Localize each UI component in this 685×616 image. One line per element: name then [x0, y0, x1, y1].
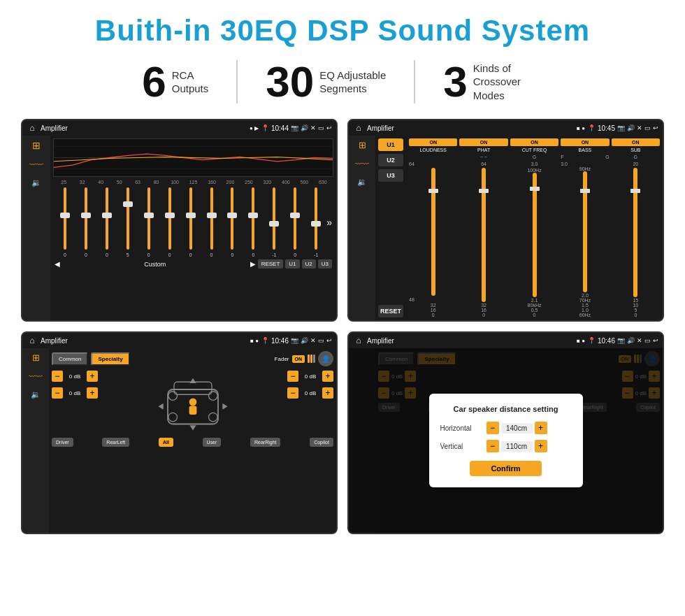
home-icon-1[interactable]: ⌂ [27, 122, 38, 134]
eq-track-3[interactable] [127, 187, 129, 250]
eq-slider-3[interactable]: 5 [117, 187, 138, 257]
bass-slider[interactable] [583, 171, 587, 292]
vol-plus-2[interactable]: + [87, 387, 98, 399]
on-badge-phat[interactable]: ON [459, 138, 507, 146]
eq-track-4[interactable] [147, 187, 150, 250]
reset-preset[interactable]: RESET [378, 305, 403, 317]
vol-plus-1[interactable]: + [87, 371, 98, 382]
copilot-btn[interactable]: Copilot [310, 438, 333, 447]
eq-track-1[interactable] [85, 187, 87, 250]
amp-wave-icon[interactable]: 〰〰 [355, 160, 369, 168]
home-icon-3[interactable]: ⌂ [27, 335, 38, 346]
rearleft-btn[interactable]: RearLeft [102, 438, 129, 447]
freq-100: 100 [166, 180, 184, 185]
confirm-button[interactable]: Confirm [470, 461, 541, 476]
more-icon[interactable]: » [326, 217, 332, 228]
r-vol-plus-1[interactable]: + [322, 371, 333, 382]
fader-on-badge[interactable]: ON [292, 355, 305, 363]
eq-slider-1[interactable]: 0 [75, 187, 96, 257]
cutfreq-freq1: 100Hz [527, 168, 541, 173]
specialty-tab[interactable]: Specialty [91, 352, 129, 366]
vol-minus-1[interactable]: − [52, 371, 63, 382]
eq-slider-2[interactable]: 0 [96, 187, 117, 257]
eq-track-5[interactable] [168, 187, 171, 250]
home-icon-4[interactable]: ⌂ [353, 335, 364, 346]
next-preset-arrow[interactable]: ▶ [250, 260, 256, 268]
u1-button-1[interactable]: U1 [285, 259, 299, 268]
amp-speaker-icon[interactable]: 🔉 [357, 178, 367, 187]
svg-point-5 [168, 392, 177, 401]
sub-slider[interactable] [633, 168, 637, 297]
on-badge-bass[interactable]: ON [561, 138, 609, 146]
on-badge-loudness[interactable]: ON [409, 138, 457, 146]
bass-bottom: 1.5 [582, 303, 589, 308]
user-btn[interactable]: User [203, 438, 222, 447]
back-icon-2[interactable]: ↩ [653, 124, 658, 131]
eq-slider-4[interactable]: 0 [138, 187, 159, 257]
reset-button-1[interactable]: RESET [258, 259, 284, 268]
eq-slider-6[interactable]: 0 [180, 187, 201, 257]
vol-minus-2[interactable]: − [52, 387, 63, 399]
r-vol-minus-1[interactable]: − [287, 371, 298, 382]
phat-slider[interactable] [482, 168, 486, 302]
horizontal-plus-btn[interactable]: + [535, 422, 547, 434]
rearright-btn[interactable]: RearRight [250, 438, 281, 447]
cutfreq-slider[interactable] [533, 173, 537, 297]
on-badge-cutfreq[interactable]: ON [510, 138, 558, 146]
u3-preset[interactable]: U3 [378, 169, 403, 182]
u3-button-1[interactable]: U3 [318, 259, 332, 268]
eq-wave-icon[interactable]: 〰〰 [29, 161, 43, 169]
horizontal-minus-btn[interactable]: − [486, 422, 499, 434]
eq-track-2[interactable] [106, 187, 108, 250]
on-badge-sub[interactable]: ON [612, 138, 660, 146]
loudness-top: 64 [409, 162, 414, 166]
chan-tune-icon[interactable]: ⊞ [32, 352, 40, 363]
eq-track-6[interactable] [189, 187, 192, 250]
r-vol-plus-2[interactable]: + [322, 387, 333, 399]
eq-slider-9[interactable]: 0 [243, 187, 264, 257]
eq-track-8[interactable] [231, 187, 233, 250]
vertical-plus-btn[interactable]: + [535, 440, 547, 452]
freq-250: 250 [240, 180, 258, 185]
eq-track-10[interactable] [273, 187, 275, 250]
loudness-slider[interactable] [431, 168, 435, 296]
eq-slider-11[interactable]: 0 [284, 187, 305, 257]
u1-preset[interactable]: U1 [378, 138, 403, 151]
driver-btn[interactable]: Driver [52, 438, 73, 447]
back-icon-4[interactable]: ↩ [653, 337, 658, 344]
eq-slider-7[interactable]: 0 [201, 187, 222, 257]
u2-button-1[interactable]: U2 [302, 259, 316, 268]
prev-preset-arrow[interactable]: ◀ [55, 260, 60, 268]
back-icon-3[interactable]: ↩ [326, 337, 332, 344]
home-icon-2[interactable]: ⌂ [353, 122, 364, 134]
settings-circle-icon[interactable]: 👤 [318, 351, 333, 366]
camera-icon-3: 📷 [291, 337, 298, 344]
amp-tune-icon[interactable]: ⊞ [359, 140, 366, 150]
eq-slider-5[interactable]: 0 [159, 187, 180, 257]
freq-63: 63 [129, 180, 147, 185]
phat-label: PHAT [459, 148, 507, 152]
eq-tune-icon[interactable]: ⊞ [32, 140, 41, 151]
back-icon-1[interactable]: ↩ [326, 124, 332, 131]
eq-track-0[interactable] [64, 187, 66, 250]
r-vol-minus-2[interactable]: − [287, 387, 298, 399]
all-btn[interactable]: All [159, 438, 173, 447]
eq-slider-10[interactable]: -1 [264, 187, 284, 257]
eq-track-7[interactable] [210, 187, 213, 250]
ch-phat: ON PHAT [459, 138, 507, 152]
eq-slider-12[interactable]: -1 [305, 187, 326, 257]
common-tab[interactable]: Common [52, 352, 88, 366]
u2-preset[interactable]: U2 [378, 154, 403, 166]
eq-slider-8[interactable]: 0 [222, 187, 243, 257]
ch-sliders-area: 64 48 32 16 0 [409, 162, 660, 317]
eq-track-11[interactable] [294, 187, 296, 250]
chan-speaker-icon[interactable]: 🔉 [31, 390, 41, 399]
loudness-val: 32 [431, 303, 436, 308]
eq-track-9[interactable] [252, 187, 254, 250]
chan-wave-icon[interactable]: 〰〰 [29, 373, 43, 380]
svg-point-6 [208, 392, 217, 401]
eq-speaker-icon[interactable]: 🔉 [31, 178, 41, 187]
eq-slider-0[interactable]: 0 [55, 187, 75, 257]
eq-track-12[interactable] [315, 187, 317, 250]
vertical-minus-btn[interactable]: − [486, 440, 499, 452]
